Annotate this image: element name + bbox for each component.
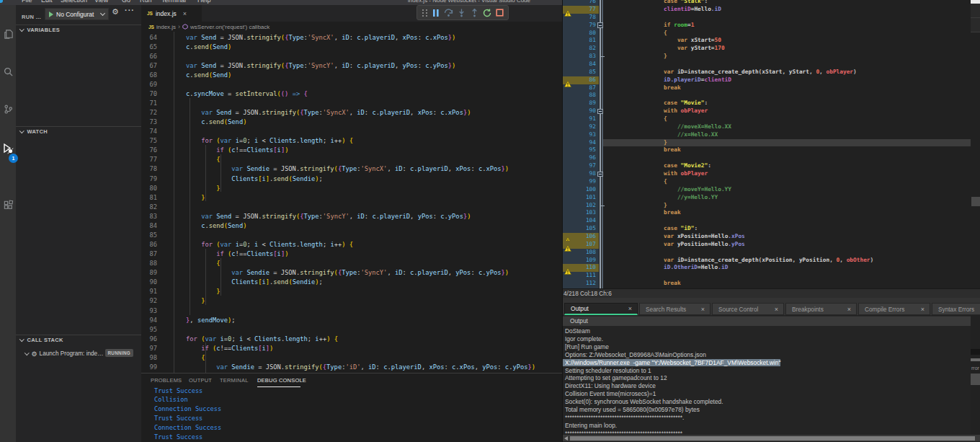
breadcrumb-file[interactable]: index.js <box>156 24 176 30</box>
line-number: 82 <box>563 45 596 53</box>
code-line: }, sendMove); <box>171 316 236 325</box>
debug-config-dropdown[interactable]: No Configurat <box>45 8 109 20</box>
log-line: Socket(0): synchronous WebSocket handsha… <box>565 398 723 406</box>
console-line: Trust Success <box>154 433 202 442</box>
menu-item-run[interactable]: Run <box>140 0 152 4</box>
editor-gutter: 7677787980818283848586878889909192939495… <box>563 0 599 288</box>
tab-label: index.js <box>156 10 177 17</box>
fold-collapse-icon[interactable] <box>597 172 603 177</box>
debug-stop-icon[interactable] <box>496 9 504 17</box>
code-line: case "iD": <box>610 225 698 233</box>
line-number: 105 <box>563 225 596 233</box>
tab-indexjs[interactable]: JS index.js × <box>141 5 202 22</box>
output-tab-syntax-errors[interactable]: Syntax Errors× <box>932 303 980 315</box>
tab-label: Source Control <box>718 306 770 313</box>
line-number: 89 <box>563 100 596 107</box>
debug-count-badge: 1 <box>9 154 18 163</box>
bottom-panel: PROBLEMSOUTPUTTERMINALDEBUG CONSOLE Trus… <box>141 373 562 442</box>
code-line: } <box>610 53 667 61</box>
output-log[interactable]: DoSteamIgor complete.[Run] Run gameOptio… <box>563 326 971 435</box>
menu-item-edit[interactable]: Edit <box>41 0 53 4</box>
section-header-call-stack[interactable]: CALL STACK <box>16 335 141 345</box>
fold-end-marker <box>600 56 605 57</box>
code-line: Clients[i].send(Sendie); <box>171 174 323 184</box>
menu-item-terminal[interactable]: Terminal <box>161 0 186 4</box>
gml-code-editor[interactable]: 7677787980818283848586878889909192939495… <box>563 0 980 288</box>
activitybar-extensions[interactable] <box>0 197 16 213</box>
panel-tab-problems[interactable]: PROBLEMS <box>151 377 182 384</box>
line-number: 92 <box>141 296 157 306</box>
debug-pause-icon[interactable] <box>432 9 440 17</box>
menu-item-selection[interactable]: Selection <box>61 0 87 4</box>
breadcrumb-symbol[interactable]: wsServer.on('request') callback <box>190 24 270 30</box>
panel-tab-terminal[interactable]: TERMINAL <box>220 377 249 384</box>
divider <box>971 17 980 18</box>
horizontal-scrollbar-thumb[interactable] <box>570 436 975 441</box>
activitybar-explorer[interactable] <box>0 26 16 42</box>
menu-item-help[interactable]: Help <box>197 0 211 4</box>
code-line: case "Movie2": <box>610 162 711 170</box>
line-number: 77 <box>563 6 596 14</box>
code-line: break <box>610 209 681 217</box>
code-editor[interactable]: 64 var Send = JSON.stringify({Type:'Sync… <box>141 32 562 373</box>
activitybar-source-control[interactable] <box>0 101 16 117</box>
vertical-scrollbar-thumb[interactable] <box>971 197 980 206</box>
horizontal-scrollbar[interactable] <box>563 435 980 441</box>
activitybar-search[interactable] <box>0 63 16 79</box>
line-number: 92 <box>563 123 596 131</box>
line-number: 73 <box>141 118 157 127</box>
close-icon[interactable]: × <box>847 306 851 313</box>
run-debug-sidebar: RUN … No Configurat ⚙ ··· VARIABLESWATCH… <box>16 5 141 442</box>
fold-collapse-icon[interactable] <box>597 109 603 115</box>
line-number: 78 <box>141 164 157 174</box>
panel-tab-output[interactable]: OUTPUT <box>189 377 212 384</box>
close-icon[interactable]: × <box>921 306 925 313</box>
debug-restart-icon[interactable] <box>483 9 491 17</box>
background-window-fragment <box>971 358 980 361</box>
line-number: 76 <box>141 146 157 155</box>
close-icon[interactable]: × <box>183 10 187 17</box>
debug-step-out-icon[interactable] <box>471 9 478 17</box>
code-line: var Sendie = JSON.stringify({Type:'SyncX… <box>171 164 509 174</box>
line-number: 88 <box>141 259 157 268</box>
code-line: with obPlayer <box>610 107 708 115</box>
chevron-down-icon <box>19 27 24 31</box>
debug-step-over-icon[interactable] <box>444 9 453 17</box>
scroll-left-arrow-icon[interactable] <box>564 436 568 441</box>
code-line: } <box>171 193 205 203</box>
ellipsis-icon[interactable]: ··· <box>125 6 135 14</box>
output-tab-search-results[interactable]: Search Results× <box>639 303 710 315</box>
output-tab-output[interactable]: Output× <box>564 303 638 315</box>
code-line: var Sendie = JSON.stringify({Type:'iD', … <box>171 363 535 372</box>
code-line: { <box>610 30 667 37</box>
code-line: } <box>171 296 205 306</box>
gear-icon[interactable]: ⚙ <box>112 7 119 17</box>
code-line: c.send(Send) <box>171 71 231 80</box>
code-line: iD.playeriD=clientiD <box>610 76 731 84</box>
debug-step-into-icon[interactable] <box>458 9 466 17</box>
menu-item-view[interactable]: View <box>94 0 108 4</box>
line-number: 111 <box>563 272 596 280</box>
fold-collapse-icon[interactable] <box>597 22 603 28</box>
close-icon[interactable]: × <box>701 306 705 313</box>
section-header-watch[interactable]: WATCH <box>16 126 141 136</box>
code-line: { <box>610 115 667 123</box>
code-line: break <box>610 146 681 154</box>
output-tab-breakpoints[interactable]: Breakpoints× <box>785 303 857 315</box>
close-icon[interactable]: × <box>628 305 632 312</box>
menu-item-file[interactable]: File <box>22 0 32 4</box>
console-line: Collision <box>154 395 188 405</box>
panel-tab-debug-console[interactable]: DEBUG CONSOLE <box>257 377 306 384</box>
code-line: if (c!==Clients[i]) <box>171 249 288 259</box>
line-number: 101 <box>563 194 596 202</box>
line-number: 69 <box>141 80 157 89</box>
files-icon <box>3 29 14 40</box>
close-icon[interactable]: × <box>775 306 778 313</box>
menu-item-go[interactable]: Go <box>122 0 130 4</box>
output-tab-source-control[interactable]: Source Control× <box>712 303 784 315</box>
line-number: 87 <box>563 84 596 92</box>
line-number: 76 <box>563 0 596 6</box>
output-tab-compile-errors[interactable]: Compile Errors× <box>858 303 930 315</box>
code-line: //x=Hello.XX <box>610 131 718 139</box>
section-header-variables[interactable]: VARIABLES <box>16 25 141 35</box>
